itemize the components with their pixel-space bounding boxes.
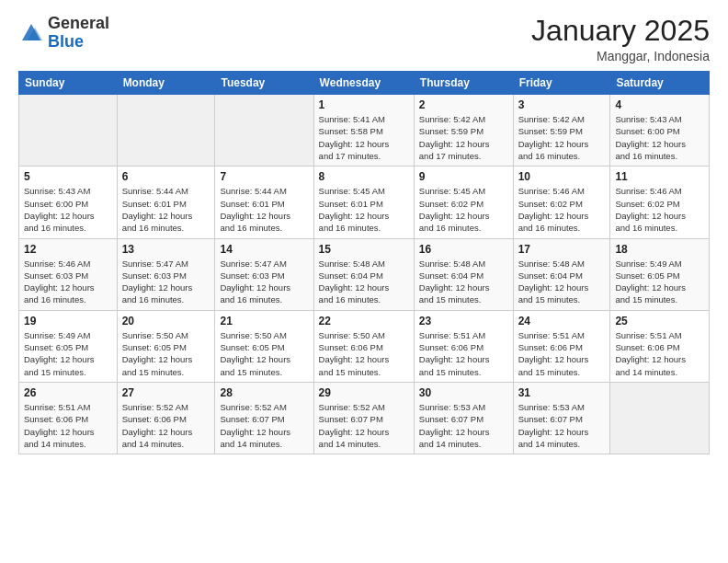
day-info: Sunrise: 5:44 AM Sunset: 6:01 PM Dayligh…	[122, 185, 210, 234]
calendar-cell: 13Sunrise: 5:47 AM Sunset: 6:03 PM Dayli…	[117, 238, 215, 310]
calendar-cell: 4Sunrise: 5:43 AM Sunset: 6:00 PM Daylig…	[610, 95, 710, 167]
day-info: Sunrise: 5:53 AM Sunset: 6:07 PM Dayligh…	[518, 401, 606, 450]
calendar-cell: 29Sunrise: 5:52 AM Sunset: 6:07 PM Dayli…	[313, 382, 414, 454]
calendar-week-1: 1Sunrise: 5:41 AM Sunset: 5:58 PM Daylig…	[19, 95, 710, 167]
calendar-cell: 11Sunrise: 5:46 AM Sunset: 6:02 PM Dayli…	[610, 167, 710, 238]
day-number: 25	[615, 315, 704, 327]
day-number: 1	[319, 98, 409, 111]
day-info: Sunrise: 5:41 AM Sunset: 5:58 PM Dayligh…	[319, 113, 409, 162]
day-info: Sunrise: 5:45 AM Sunset: 6:02 PM Dayligh…	[419, 185, 508, 234]
day-number: 28	[220, 386, 308, 399]
day-number: 23	[419, 315, 508, 327]
page: General Blue January 2025 Manggar, Indon…	[0, 0, 728, 563]
calendar-cell	[19, 95, 118, 167]
logo-text: General Blue	[48, 15, 109, 52]
calendar-cell: 1Sunrise: 5:41 AM Sunset: 5:58 PM Daylig…	[313, 95, 414, 167]
calendar-cell	[215, 95, 313, 167]
calendar-header-sunday: Sunday	[19, 72, 118, 95]
calendar-cell: 15Sunrise: 5:48 AM Sunset: 6:04 PM Dayli…	[313, 238, 414, 310]
day-number: 9	[419, 170, 508, 183]
calendar-cell: 7Sunrise: 5:44 AM Sunset: 6:01 PM Daylig…	[215, 167, 313, 238]
day-info: Sunrise: 5:49 AM Sunset: 6:05 PM Dayligh…	[24, 329, 112, 378]
day-number: 13	[122, 243, 210, 256]
calendar-header-friday: Friday	[513, 72, 610, 95]
day-info: Sunrise: 5:51 AM Sunset: 6:06 PM Dayligh…	[419, 329, 508, 378]
calendar-week-2: 5Sunrise: 5:43 AM Sunset: 6:00 PM Daylig…	[19, 167, 710, 238]
day-info: Sunrise: 5:50 AM Sunset: 6:05 PM Dayligh…	[122, 329, 210, 378]
day-info: Sunrise: 5:51 AM Sunset: 6:06 PM Dayligh…	[24, 401, 112, 450]
day-number: 27	[122, 386, 210, 399]
day-number: 2	[419, 98, 508, 111]
day-info: Sunrise: 5:43 AM Sunset: 6:00 PM Dayligh…	[615, 113, 704, 162]
calendar-cell: 30Sunrise: 5:53 AM Sunset: 6:07 PM Dayli…	[414, 382, 513, 454]
day-number: 7	[220, 170, 308, 183]
day-info: Sunrise: 5:45 AM Sunset: 6:01 PM Dayligh…	[319, 185, 409, 234]
calendar-cell: 17Sunrise: 5:48 AM Sunset: 6:04 PM Dayli…	[513, 238, 610, 310]
day-info: Sunrise: 5:42 AM Sunset: 5:59 PM Dayligh…	[419, 113, 508, 162]
day-number: 19	[24, 315, 112, 327]
day-info: Sunrise: 5:50 AM Sunset: 6:05 PM Dayligh…	[220, 329, 308, 378]
calendar-cell: 2Sunrise: 5:42 AM Sunset: 5:59 PM Daylig…	[414, 95, 513, 167]
day-info: Sunrise: 5:52 AM Sunset: 6:06 PM Dayligh…	[122, 401, 210, 450]
day-info: Sunrise: 5:48 AM Sunset: 6:04 PM Dayligh…	[518, 258, 606, 306]
calendar-cell: 21Sunrise: 5:50 AM Sunset: 6:05 PM Dayli…	[215, 310, 313, 382]
day-info: Sunrise: 5:46 AM Sunset: 6:03 PM Dayligh…	[24, 258, 112, 306]
calendar-week-3: 12Sunrise: 5:46 AM Sunset: 6:03 PM Dayli…	[19, 238, 710, 310]
month-title: January 2025	[531, 15, 710, 47]
calendar-header-monday: Monday	[117, 72, 215, 95]
day-info: Sunrise: 5:48 AM Sunset: 6:04 PM Dayligh…	[319, 258, 409, 306]
calendar-cell: 22Sunrise: 5:50 AM Sunset: 6:06 PM Dayli…	[313, 310, 414, 382]
day-info: Sunrise: 5:52 AM Sunset: 6:07 PM Dayligh…	[319, 401, 409, 450]
day-number: 21	[220, 315, 308, 327]
logo-blue-text: Blue	[48, 32, 84, 51]
day-number: 8	[319, 170, 409, 183]
calendar-cell: 27Sunrise: 5:52 AM Sunset: 6:06 PM Dayli…	[117, 382, 215, 454]
day-info: Sunrise: 5:49 AM Sunset: 6:05 PM Dayligh…	[615, 258, 704, 306]
calendar: SundayMondayTuesdayWednesdayThursdayFrid…	[18, 71, 710, 454]
calendar-cell: 9Sunrise: 5:45 AM Sunset: 6:02 PM Daylig…	[414, 167, 513, 238]
day-info: Sunrise: 5:53 AM Sunset: 6:07 PM Dayligh…	[419, 401, 508, 450]
day-info: Sunrise: 5:52 AM Sunset: 6:07 PM Dayligh…	[220, 401, 308, 450]
calendar-header-tuesday: Tuesday	[215, 72, 313, 95]
calendar-cell: 23Sunrise: 5:51 AM Sunset: 6:06 PM Dayli…	[414, 310, 513, 382]
calendar-week-4: 19Sunrise: 5:49 AM Sunset: 6:05 PM Dayli…	[19, 310, 710, 382]
day-number: 14	[220, 243, 308, 256]
day-info: Sunrise: 5:42 AM Sunset: 5:59 PM Dayligh…	[518, 113, 606, 162]
day-number: 5	[24, 170, 112, 183]
day-number: 15	[319, 243, 409, 256]
day-info: Sunrise: 5:50 AM Sunset: 6:06 PM Dayligh…	[319, 329, 409, 378]
title-block: January 2025 Manggar, Indonesia	[531, 15, 710, 63]
calendar-header-wednesday: Wednesday	[313, 72, 414, 95]
calendar-cell: 31Sunrise: 5:53 AM Sunset: 6:07 PM Dayli…	[513, 382, 610, 454]
day-info: Sunrise: 5:43 AM Sunset: 6:00 PM Dayligh…	[24, 185, 112, 234]
day-number: 30	[419, 386, 508, 399]
calendar-cell: 5Sunrise: 5:43 AM Sunset: 6:00 PM Daylig…	[19, 167, 118, 238]
calendar-header-saturday: Saturday	[610, 72, 710, 95]
calendar-cell: 12Sunrise: 5:46 AM Sunset: 6:03 PM Dayli…	[19, 238, 118, 310]
day-number: 18	[615, 243, 704, 256]
calendar-cell	[610, 382, 710, 454]
calendar-header-thursday: Thursday	[414, 72, 513, 95]
calendar-cell: 3Sunrise: 5:42 AM Sunset: 5:59 PM Daylig…	[513, 95, 610, 167]
logo-icon	[18, 20, 44, 46]
calendar-cell: 20Sunrise: 5:50 AM Sunset: 6:05 PM Dayli…	[117, 310, 215, 382]
logo-general-text: General	[48, 14, 109, 32]
logo: General Blue	[18, 15, 109, 52]
day-number: 4	[615, 98, 704, 111]
day-number: 22	[319, 315, 409, 327]
calendar-cell	[117, 95, 215, 167]
calendar-cell: 14Sunrise: 5:47 AM Sunset: 6:03 PM Dayli…	[215, 238, 313, 310]
calendar-cell: 28Sunrise: 5:52 AM Sunset: 6:07 PM Dayli…	[215, 382, 313, 454]
day-info: Sunrise: 5:44 AM Sunset: 6:01 PM Dayligh…	[220, 185, 308, 234]
calendar-cell: 6Sunrise: 5:44 AM Sunset: 6:01 PM Daylig…	[117, 167, 215, 238]
header: General Blue January 2025 Manggar, Indon…	[18, 15, 710, 63]
calendar-week-5: 26Sunrise: 5:51 AM Sunset: 6:06 PM Dayli…	[19, 382, 710, 454]
calendar-cell: 8Sunrise: 5:45 AM Sunset: 6:01 PM Daylig…	[313, 167, 414, 238]
calendar-cell: 26Sunrise: 5:51 AM Sunset: 6:06 PM Dayli…	[19, 382, 118, 454]
day-number: 26	[24, 386, 112, 399]
day-number: 17	[518, 243, 606, 256]
day-info: Sunrise: 5:47 AM Sunset: 6:03 PM Dayligh…	[220, 258, 308, 306]
day-number: 3	[518, 98, 606, 111]
day-info: Sunrise: 5:51 AM Sunset: 6:06 PM Dayligh…	[615, 329, 704, 378]
day-number: 20	[122, 315, 210, 327]
